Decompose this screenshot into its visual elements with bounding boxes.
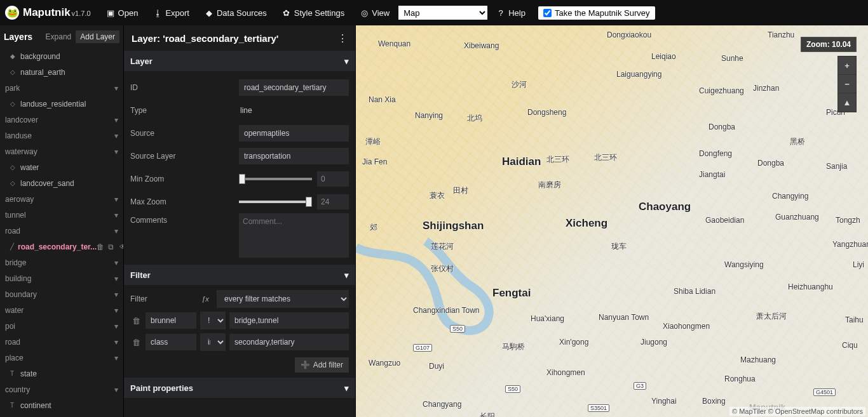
layer-row[interactable]: park▾ xyxy=(0,80,123,96)
comments-input[interactable] xyxy=(239,213,349,258)
map-label: 沙河 xyxy=(512,79,527,90)
map-label: Changxindian Town xyxy=(413,306,480,315)
logo: 🐸 Maputnikv1.7.0 xyxy=(5,6,91,20)
layer-row[interactable]: ◇water xyxy=(0,159,123,175)
view-select[interactable]: Map xyxy=(398,6,487,20)
map-label: Yangzhuang xyxy=(832,240,868,249)
layer-name: waterway xyxy=(5,147,37,156)
zoom-in-button[interactable]: + xyxy=(838,56,856,75)
visibility-icon[interactable]: 👁 xyxy=(119,242,123,251)
layer-row[interactable]: ◆background xyxy=(0,48,123,64)
filter-mode-select[interactable]: every filter matches xyxy=(217,290,349,308)
map-label: Ronghua xyxy=(724,374,756,383)
chevron-down-icon: ▾ xyxy=(114,116,118,124)
map-view[interactable]: WenquanXibeiwangDongxiaokouTianzhuLeiqia… xyxy=(356,25,868,417)
filter-field-input[interactable] xyxy=(146,312,196,329)
section-layer-header[interactable]: Layer▾ xyxy=(124,51,355,71)
expand-button[interactable]: Expand xyxy=(41,30,76,43)
layer-row[interactable]: ╱road_secondary_ter...🗑⧉👁 xyxy=(0,239,123,255)
layer-name: landcover_sand xyxy=(20,179,74,188)
compass-button[interactable]: ▲ xyxy=(838,93,856,112)
map-label: Changying xyxy=(772,192,808,201)
style-settings-button[interactable]: ✿Style Settings xyxy=(276,0,351,25)
add-layer-button[interactable]: Add Layer xyxy=(76,30,119,43)
survey-checkbox[interactable] xyxy=(543,9,552,17)
chevron-down-icon: ▾ xyxy=(114,211,118,220)
layer-row[interactable]: Tcontinent xyxy=(0,397,123,413)
open-icon: ▣ xyxy=(106,8,115,17)
fx-icon[interactable]: ƒx xyxy=(198,295,213,303)
map-label: Tianzhu xyxy=(768,30,794,39)
layer-row[interactable]: road▾ xyxy=(0,334,123,350)
source-input[interactable] xyxy=(239,125,349,142)
layer-name: tunnel xyxy=(5,211,26,220)
kebab-menu-icon[interactable]: ⋮ xyxy=(337,32,348,44)
help-button[interactable]: ?Help xyxy=(490,0,532,25)
layer-row[interactable]: place▾ xyxy=(0,350,123,366)
id-input[interactable] xyxy=(239,79,349,96)
layer-type-icon: ◇ xyxy=(10,69,17,76)
duplicate-icon[interactable]: ⧉ xyxy=(108,242,117,251)
trash-icon[interactable]: 🗑 xyxy=(130,316,142,326)
layer-row[interactable]: landuse▾ xyxy=(0,128,123,143)
layer-name: boundary xyxy=(5,290,37,299)
data-sources-button[interactable]: ◆Data Sources xyxy=(198,0,273,25)
export-button[interactable]: ⭳Export xyxy=(147,0,196,25)
layer-row[interactable]: boundary▾ xyxy=(0,286,123,302)
filter-op-select[interactable]: in xyxy=(200,333,226,351)
layer-row[interactable]: ◇landcover_sand xyxy=(0,175,123,191)
trash-icon[interactable]: 🗑 xyxy=(130,338,142,347)
map-label: 北坞 xyxy=(467,113,482,124)
maxzoom-slider[interactable] xyxy=(239,201,312,203)
map-label: Sunhe xyxy=(721,54,743,63)
survey-button[interactable]: Take the Maputnik Survey xyxy=(538,6,655,20)
map-label: 珑车 xyxy=(611,241,627,252)
open-button[interactable]: ▣Open xyxy=(100,0,145,25)
map-label: Hua'xiang xyxy=(531,314,564,323)
layer-list[interactable]: ◆background◇natural_earthpark▾◇landuse_r… xyxy=(0,48,123,416)
section-paint-header[interactable]: Paint properties▾ xyxy=(124,378,355,398)
map-label: 北三环 xyxy=(594,152,617,163)
eye-icon: ◎ xyxy=(360,8,369,17)
layer-row[interactable]: waterway▾ xyxy=(0,143,123,159)
layer-row[interactable]: ◇landuse_residential xyxy=(0,96,123,112)
layer-row[interactable]: water▾ xyxy=(0,302,123,318)
filter-value-input[interactable] xyxy=(229,312,349,329)
delete-icon[interactable]: 🗑 xyxy=(97,242,105,251)
section-filter-header[interactable]: Filter▾ xyxy=(124,265,355,285)
chevron-down-icon: ▾ xyxy=(114,147,118,156)
zoom-out-button[interactable]: − xyxy=(838,75,856,93)
layer-row[interactable]: Tstate xyxy=(0,366,123,381)
layer-row[interactable]: building▾ xyxy=(0,270,123,286)
map-label: Dongba xyxy=(757,159,784,168)
map-label: Sanjia xyxy=(826,162,847,171)
layer-row[interactable]: road▾ xyxy=(0,223,123,239)
map-label: Fengtai xyxy=(492,287,531,300)
maxzoom-input[interactable] xyxy=(317,194,349,209)
filter-item: 🗑in xyxy=(130,333,349,351)
road-shield: G107 xyxy=(413,343,432,352)
layer-name: road xyxy=(5,338,20,347)
layer-name: landuse xyxy=(5,131,32,140)
map-label: Wenquan xyxy=(378,39,410,48)
layer-row[interactable]: aeroway▾ xyxy=(0,191,123,207)
minzoom-slider[interactable] xyxy=(239,178,312,180)
minzoom-input[interactable] xyxy=(317,171,349,187)
map-label: Boxing xyxy=(702,397,726,406)
layer-row[interactable]: ◇natural_earth xyxy=(0,64,123,80)
layer-row[interactable]: landcover▾ xyxy=(0,112,123,128)
add-filter-button[interactable]: ➕Add filter xyxy=(295,357,349,373)
chevron-down-icon: ▾ xyxy=(114,258,118,267)
filter-value-input[interactable] xyxy=(229,334,349,350)
layer-row[interactable]: country▾ xyxy=(0,381,123,397)
map-label: Changyang xyxy=(423,400,461,409)
layer-row[interactable]: bridge▾ xyxy=(0,255,123,270)
plus-icon: ➕ xyxy=(301,361,310,369)
map-label: Wangsiying xyxy=(724,260,764,269)
road-shield: G4501 xyxy=(813,387,836,396)
layer-row[interactable]: tunnel▾ xyxy=(0,207,123,223)
filter-field-input[interactable] xyxy=(146,334,196,350)
filter-op-select[interactable]: !in xyxy=(200,312,226,329)
layer-row[interactable]: poi▾ xyxy=(0,318,123,334)
source-layer-input[interactable] xyxy=(239,148,349,164)
